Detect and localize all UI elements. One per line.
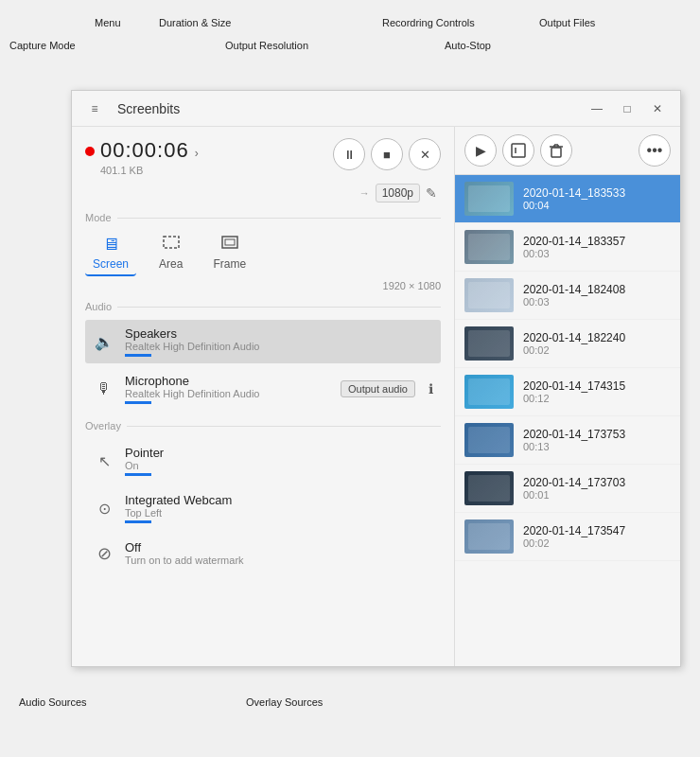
dimensions-display: 1920 × 1080 xyxy=(85,280,441,291)
file-thumbnail xyxy=(464,519,514,554)
file-item-info: 2020-01-14_17354700:02 xyxy=(523,524,625,549)
minimize-button[interactable]: — xyxy=(584,96,610,122)
file-item-name: 2020-01-14_183357 xyxy=(523,235,625,248)
playback-controls: ⏸ ■ ✕ xyxy=(333,138,441,170)
svg-rect-14 xyxy=(468,378,510,405)
svg-rect-1 xyxy=(222,237,237,248)
title-bar-left: ≡ Screenbits xyxy=(81,96,180,122)
resolution-row: → 1080p ✎ xyxy=(85,184,441,202)
file-item-name: 2020-01-14_174315 xyxy=(523,379,625,393)
svg-rect-15 xyxy=(468,427,510,453)
resolution-badge[interactable]: 1080p xyxy=(376,184,420,202)
file-item-duration: 00:01 xyxy=(523,489,625,501)
title-bar-controls: — □ ✕ xyxy=(584,96,671,122)
mode-section-label: Mode xyxy=(85,212,441,223)
watermark-info: Off Turn on to add watermark xyxy=(125,540,433,566)
file-item[interactable]: 2020-01-14_17375300:13 xyxy=(455,416,680,465)
menu-annotation: Menu xyxy=(95,17,121,28)
menu-button[interactable]: ≡ xyxy=(81,96,108,122)
files-list: 2020-01-14_18353300:042020-01-14_1833570… xyxy=(455,175,680,666)
speakers-icon: 🔈 xyxy=(93,333,115,351)
audio-section-label: Audio xyxy=(85,301,441,312)
file-item[interactable]: 2020-01-14_18335700:03 xyxy=(455,223,680,272)
autostop-icon xyxy=(511,143,526,158)
pointer-icon: ↖ xyxy=(93,452,115,470)
file-thumbnail xyxy=(464,230,514,264)
file-item[interactable]: 2020-01-14_17431500:12 xyxy=(455,368,680,416)
svg-rect-16 xyxy=(468,475,510,502)
file-thumbnail xyxy=(464,423,514,457)
stop-button[interactable]: ■ xyxy=(371,138,403,170)
maximize-button[interactable]: □ xyxy=(614,96,640,122)
play-file-button[interactable]: ▶ xyxy=(464,134,497,167)
file-item-duration: 00:12 xyxy=(523,393,625,404)
file-item-name: 2020-01-14_182240 xyxy=(523,331,625,344)
file-thumbnail xyxy=(464,182,514,216)
file-item-info: 2020-01-14_18224000:02 xyxy=(523,331,625,356)
file-item[interactable]: 2020-01-14_18240800:03 xyxy=(455,272,680,320)
file-item-duration: 00:02 xyxy=(523,344,625,356)
file-item-duration: 00:02 xyxy=(523,537,625,549)
watermark-name: Off xyxy=(125,540,433,555)
microphone-audio-item[interactable]: 🎙 Microphone Realtek High Definition Aud… xyxy=(85,367,441,411)
app-title: Screenbits xyxy=(117,101,180,116)
close-button[interactable]: ✕ xyxy=(644,96,671,122)
file-item-duration: 00:03 xyxy=(523,296,625,308)
main-content: 00:00:06 › 401.1 KB ⏸ ■ ✕ → 1080p ✎ Mode xyxy=(72,127,680,666)
file-item[interactable]: 2020-01-14_18224000:02 xyxy=(455,320,680,368)
more-options-button[interactable]: ••• xyxy=(639,134,671,167)
svg-rect-3 xyxy=(512,144,525,157)
screen-icon: 🖥 xyxy=(102,235,119,255)
resolution-edit-icon[interactable]: ✎ xyxy=(426,185,437,201)
pause-button[interactable]: ⏸ xyxy=(333,138,365,170)
delete-icon xyxy=(549,143,564,158)
pointer-overlay-item[interactable]: ↖ Pointer On xyxy=(85,439,441,483)
webcam-icon: ⊙ xyxy=(93,500,115,518)
svg-rect-13 xyxy=(468,330,510,357)
pointer-status: On xyxy=(125,460,433,471)
file-item-info: 2020-01-14_17370300:01 xyxy=(523,476,625,501)
mode-area-button[interactable]: Area xyxy=(151,231,190,276)
microphone-icon: 🎙 xyxy=(93,380,115,397)
speakers-info: Speakers Realtek High Definition Audio xyxy=(125,326,433,357)
watermark-status: Turn on to add watermark xyxy=(125,555,433,566)
overlay-section-label: Overlay xyxy=(85,420,441,431)
svg-rect-2 xyxy=(225,239,235,245)
duration-size-annotation: Duration & Size xyxy=(159,17,231,28)
timer-chevron-icon: › xyxy=(195,147,199,160)
mode-area-label: Area xyxy=(159,257,183,271)
file-item-name: 2020-01-14_173547 xyxy=(523,524,625,537)
webcam-info: Integrated Webcam Top Left xyxy=(125,493,433,523)
mode-screen-label: Screen xyxy=(93,257,129,271)
right-panel: ▶ ••• xyxy=(455,127,680,666)
speakers-audio-item[interactable]: 🔈 Speakers Realtek High Definition Audio xyxy=(85,320,441,363)
microphone-info: Microphone Realtek High Definition Audio xyxy=(125,374,331,404)
mode-screen-button[interactable]: 🖥 Screen xyxy=(85,231,136,276)
cancel-button[interactable]: ✕ xyxy=(409,138,441,170)
audio-sources-annotation: Audio Sources xyxy=(19,696,87,708)
pointer-name: Pointer xyxy=(125,446,433,460)
file-size-display: 401.1 KB xyxy=(100,165,199,176)
watermark-icon: ⊘ xyxy=(93,543,115,564)
frame-icon xyxy=(220,235,239,255)
microphone-desc: Realtek High Definition Audio xyxy=(125,388,331,399)
file-item-info: 2020-01-14_17375300:13 xyxy=(523,428,625,452)
microphone-level-indicator xyxy=(125,401,151,404)
webcam-overlay-item[interactable]: ⊙ Integrated Webcam Top Left xyxy=(85,486,441,530)
file-item[interactable]: 2020-01-14_18353300:04 xyxy=(455,175,680,223)
mode-frame-button[interactable]: Frame xyxy=(205,231,254,276)
output-audio-button[interactable]: Output audio xyxy=(341,380,415,397)
file-thumbnail xyxy=(464,375,514,409)
file-item-name: 2020-01-14_183533 xyxy=(523,186,625,200)
watermark-overlay-item[interactable]: ⊘ Off Turn on to add watermark xyxy=(85,534,441,572)
autostop-button[interactable] xyxy=(502,134,534,167)
webcam-name: Integrated Webcam xyxy=(125,493,433,507)
delete-file-button[interactable] xyxy=(540,134,572,167)
title-bar: ≡ Screenbits — □ ✕ xyxy=(72,91,680,127)
file-item[interactable]: 2020-01-14_17370300:01 xyxy=(455,465,680,513)
file-item-duration: 00:13 xyxy=(523,441,625,452)
overlay-sources-annotation: Overlay Sources xyxy=(246,696,323,708)
capture-mode-annotation: Capture Mode xyxy=(9,40,76,51)
file-item[interactable]: 2020-01-14_17354700:02 xyxy=(455,513,680,561)
recording-controls-annotation: Recordring Controls xyxy=(382,17,475,28)
